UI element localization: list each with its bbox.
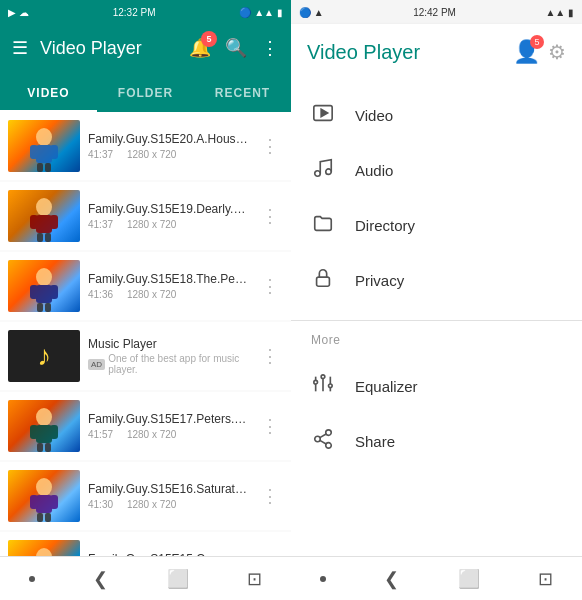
right-home-button[interactable]: ⬜ — [458, 568, 480, 590]
share-menu-icon — [311, 428, 335, 455]
menu-item-equalizer[interactable]: Equalizer — [291, 359, 582, 414]
menu-item-audio[interactable]: Audio — [291, 143, 582, 198]
video-meta: 41:57 1280 x 720 — [88, 429, 249, 440]
right-avatar: 👤 5 — [513, 39, 540, 65]
menu-item-directory[interactable]: Directory — [291, 198, 582, 253]
svg-rect-22 — [37, 443, 43, 452]
list-item[interactable]: Family.Guy.S15E15.Cop.and.a.Half-wit... … — [0, 532, 291, 556]
item-more-button[interactable]: ⋮ — [257, 131, 283, 161]
right-bluetooth-icon: 🔵 — [299, 7, 311, 18]
item-more-button[interactable]: ⋮ — [257, 341, 283, 371]
right-header: Video Player 👤 5 ⚙ — [291, 24, 582, 80]
menu-item-video[interactable]: Video — [291, 88, 582, 143]
svg-point-24 — [36, 478, 52, 496]
search-button[interactable]: 🔍 — [225, 37, 247, 59]
right-signal-icon: ▲ — [314, 7, 324, 18]
svg-point-49 — [314, 380, 318, 384]
list-item[interactable]: Family.Guy.S15E16.Saturated.Fat.Guy... 4… — [0, 462, 291, 530]
more-options-button[interactable]: ⋮ — [261, 37, 279, 59]
thumbnail-image — [8, 120, 80, 172]
hamburger-menu-button[interactable]: ☰ — [12, 37, 28, 59]
list-item[interactable]: Family.Guy.S15E17.Peters.Lost.Youth.7...… — [0, 392, 291, 460]
svg-line-60 — [320, 434, 326, 438]
equalizer-menu-icon — [311, 373, 335, 400]
item-more-button[interactable]: ⋮ — [257, 481, 283, 511]
tab-video[interactable]: VIDEO — [0, 86, 97, 112]
video-info: Family.Guy.S15E16.Saturated.Fat.Guy... 4… — [80, 482, 257, 510]
back-button[interactable]: ❮ — [93, 568, 108, 590]
video-thumbnail — [8, 470, 80, 522]
menu-label-equalizer: Equalizer — [355, 378, 418, 395]
battery-icon: ▮ — [277, 7, 283, 18]
left-bottom-nav: ❮ ⬜ ⊡ — [0, 556, 291, 600]
item-more-button[interactable]: ⋮ — [257, 271, 283, 301]
list-item[interactable]: Family.Guy.S15E20.A.House.Full.of.Pete..… — [0, 112, 291, 180]
svg-rect-21 — [50, 425, 58, 439]
video-title: Family.Guy.S15E20.A.House.Full.of.Pete..… — [88, 132, 249, 146]
item-more-button[interactable]: ⋮ — [257, 201, 283, 231]
menu-item-privacy[interactable]: Privacy — [291, 253, 582, 308]
list-item[interactable]: Family.Guy.S15E19.Dearly.Deported.7... 4… — [0, 182, 291, 250]
svg-rect-25 — [36, 495, 52, 513]
status-right-icons: 🔵 ▲▲ ▮ — [239, 7, 283, 18]
right-home-dot — [320, 576, 326, 582]
right-avatar-badge: 5 — [530, 35, 544, 49]
right-recents-button[interactable]: ⊡ — [538, 568, 553, 590]
home-dot-indicator — [29, 576, 35, 582]
svg-rect-15 — [50, 285, 58, 299]
video-info: Family.Guy.S15E19.Dearly.Deported.7... 4… — [80, 202, 257, 230]
video-meta: 41:37 1280 x 720 — [88, 149, 249, 160]
svg-rect-11 — [45, 233, 51, 242]
svg-point-52 — [321, 375, 325, 379]
left-header-title: Video Player — [40, 38, 177, 59]
thumbnail-image — [8, 260, 80, 312]
signal-icon: ▲▲ — [254, 7, 274, 18]
svg-point-58 — [326, 443, 332, 449]
video-title: Family.Guy.S15E19.Dearly.Deported.7... — [88, 202, 249, 216]
svg-rect-1 — [36, 145, 52, 163]
settings-button[interactable]: ⚙ — [548, 40, 566, 64]
video-thumbnail — [8, 540, 80, 556]
menu-label-privacy: Privacy — [355, 272, 404, 289]
ad-badge: AD — [88, 359, 105, 370]
bluetooth-icon: 🔵 — [239, 7, 251, 18]
video-menu-icon — [311, 102, 335, 129]
video-list: Family.Guy.S15E20.A.House.Full.of.Pete..… — [0, 112, 291, 556]
notification-badge: 5 — [201, 31, 217, 47]
svg-rect-13 — [36, 285, 52, 303]
svg-rect-19 — [36, 425, 52, 443]
music-title: Music Player — [88, 337, 249, 351]
play-icon: ▶ — [8, 7, 16, 18]
more-menu-section: Equalizer Share — [291, 351, 582, 477]
right-battery-icon: ▮ — [568, 7, 574, 18]
drawer-menu: Video Audio Directory — [291, 80, 582, 556]
list-item[interactable]: ♪ Music Player AD One of the best app fo… — [0, 322, 291, 390]
home-button[interactable]: ⬜ — [167, 568, 189, 590]
video-thumbnail — [8, 400, 80, 452]
menu-label-directory: Directory — [355, 217, 415, 234]
menu-item-share[interactable]: Share — [291, 414, 582, 469]
right-wifi-icon: ▲▲ — [545, 7, 565, 18]
svg-point-55 — [329, 384, 333, 388]
cloud-icon: ☁ — [19, 7, 29, 18]
video-meta: 41:30 1280 x 720 — [88, 499, 249, 510]
svg-rect-3 — [50, 145, 58, 159]
svg-point-6 — [36, 198, 52, 216]
list-item[interactable]: Family.Guy.S15E18.The.Peter.Principal...… — [0, 252, 291, 320]
right-back-button[interactable]: ❮ — [384, 568, 399, 590]
svg-point-12 — [36, 268, 52, 286]
item-more-button[interactable]: ⋮ — [257, 411, 283, 441]
svg-rect-20 — [30, 425, 38, 439]
tab-folder[interactable]: FOLDER — [97, 86, 194, 112]
menu-label-video: Video — [355, 107, 393, 124]
right-status-right: ▲▲ ▮ — [545, 7, 574, 18]
svg-rect-17 — [45, 303, 51, 312]
svg-rect-7 — [36, 215, 52, 233]
svg-rect-10 — [37, 233, 43, 242]
recents-button[interactable]: ⊡ — [247, 568, 262, 590]
notification-button[interactable]: 🔔 5 — [189, 37, 211, 59]
menu-label-audio: Audio — [355, 162, 393, 179]
thumbnail-image — [8, 470, 80, 522]
tab-recent[interactable]: RECENT — [194, 86, 291, 112]
svg-point-56 — [326, 430, 332, 436]
